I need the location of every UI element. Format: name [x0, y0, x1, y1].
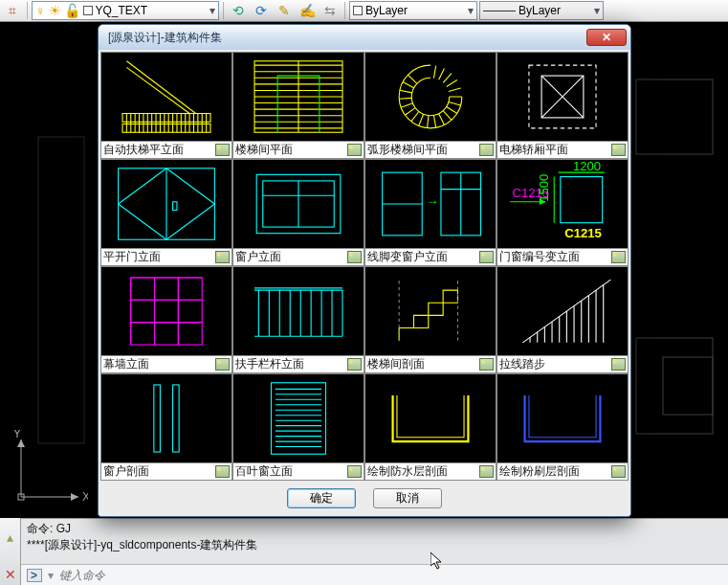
component-item[interactable]: 绘制粉刷层剖面 [496, 373, 629, 481]
ucs-icon: X Y [11, 430, 88, 506]
thumbnail [233, 160, 364, 248]
thumbnail: → [365, 160, 496, 248]
thumbnail-caption: 电梯轿厢平面 [497, 141, 628, 158]
thumbnail [497, 267, 628, 355]
svg-rect-2 [663, 357, 713, 415]
linetype-dropdown[interactable]: ByLayer ▾ [479, 1, 604, 20]
component-item[interactable]: 窗户剖面 [100, 373, 232, 481]
svg-rect-133 [154, 385, 161, 452]
svg-line-48 [443, 74, 452, 83]
command-icon[interactable] [27, 569, 42, 582]
thumbnail-caption: 楼梯间剖面 [365, 355, 496, 372]
caption-label: 绘制防水层剖面 [367, 463, 448, 480]
caption-label: 楼梯间剖面 [367, 356, 425, 372]
component-item[interactable]: C121512001500C1215 门窗编号变立面 [496, 159, 629, 266]
tool-layer-manager[interactable]: ⌗ [2, 1, 23, 20]
component-item[interactable]: 百叶窗立面 [232, 373, 364, 481]
thumbnail-grid: 自动扶梯平立面 楼梯间平面 弧形楼梯间平面 电梯轿厢平面 平开门立面 窗户立面 … [99, 50, 630, 483]
cancel-button[interactable]: 取消 [373, 488, 442, 508]
layer-dropdown[interactable]: ♀ ☀ 🔓 YQ_TEXT ▾ [32, 1, 219, 20]
color-dropdown[interactable]: ByLayer ▾ [349, 1, 477, 20]
thumbnail-caption: 绘制防水层剖面 [365, 462, 496, 480]
command-input-row: ▾ [21, 564, 728, 585]
tool-b[interactable]: ⟳ [251, 1, 272, 20]
svg-line-61 [401, 103, 412, 107]
separator [344, 2, 345, 19]
caption-label: 幕墙立面 [103, 356, 149, 372]
component-item[interactable]: 楼梯间平面 [232, 52, 364, 159]
picture-icon [347, 358, 362, 371]
chevron-down-icon: ▾ [210, 4, 215, 17]
thumbnail-caption: 弧形楼梯间平面 [365, 141, 496, 158]
picture-icon [479, 358, 494, 371]
svg-line-53 [447, 106, 457, 113]
svg-line-57 [428, 116, 429, 128]
thumbnail [365, 53, 496, 141]
thumbnail-caption: 百叶窗立面 [233, 462, 364, 480]
svg-text:1500: 1500 [537, 174, 551, 202]
component-item[interactable]: 电梯轿厢平面 [496, 52, 629, 159]
component-item[interactable]: 楼梯间剖面 [364, 266, 496, 373]
command-input[interactable] [59, 569, 722, 582]
tool-d[interactable]: ✍ [297, 1, 318, 20]
chevron-down-icon[interactable]: ▾ [48, 569, 54, 582]
caption-label: 绘制粉刷层剖面 [499, 463, 580, 480]
caption-label: 百叶窗立面 [235, 463, 293, 480]
svg-line-62 [399, 98, 411, 99]
caption-label: 窗户剖面 [103, 463, 149, 480]
caption-label: 楼梯间平面 [235, 142, 293, 158]
component-item[interactable]: 拉线踏步 [496, 266, 629, 373]
caption-label: 自动扶梯平立面 [103, 142, 184, 158]
caption-label: 线脚变窗户立面 [367, 249, 448, 265]
component-item[interactable]: 扶手栏杆立面 [232, 266, 364, 373]
tool-c[interactable]: ✎ [274, 1, 295, 20]
close-button[interactable]: ✕ [586, 29, 627, 46]
component-item[interactable]: 窗户立面 [232, 159, 364, 266]
component-item[interactable]: 平开门立面 [100, 159, 232, 266]
separator [27, 2, 28, 19]
svg-text:C1215: C1215 [564, 226, 602, 240]
thumbnail [101, 374, 232, 462]
color-value: ByLayer [365, 4, 408, 17]
component-item[interactable]: 绘制防水层剖面 [364, 373, 496, 481]
component-item[interactable]: 自动扶梯平立面 [100, 52, 232, 159]
sun-icon: ☀ [49, 4, 61, 17]
component-dialog: [源泉设计]-建筑构件集 ✕ 自动扶梯平立面 楼梯间平面 弧形楼梯间平面 电梯轿… [98, 24, 631, 517]
picture-icon [611, 465, 626, 478]
svg-rect-12 [122, 124, 210, 132]
component-item[interactable]: 幕墙立面 [100, 266, 232, 373]
svg-rect-96 [131, 278, 202, 345]
picture-icon [479, 251, 494, 263]
svg-line-55 [439, 114, 445, 125]
tool-a[interactable]: ⟲ [228, 1, 249, 20]
picture-icon [215, 358, 230, 371]
svg-line-63 [400, 90, 412, 93]
component-item[interactable]: 弧形楼梯间平面 [364, 52, 496, 159]
svg-line-54 [443, 111, 452, 121]
dialog-titlebar[interactable]: [源泉设计]-建筑构件集 ✕ [99, 25, 630, 50]
thumbnail-caption: 绘制粉刷层剖面 [497, 462, 628, 480]
command-history[interactable]: 命令: GJ ****[源泉设计]-yq_sldcomponents-建筑构件集 [21, 518, 728, 564]
tool-e[interactable]: ⇆ [320, 1, 341, 20]
close-icon[interactable]: ✕ [5, 568, 16, 581]
picture-icon [479, 144, 494, 156]
thumbnail [233, 53, 364, 141]
thumbnail [233, 374, 364, 462]
dialog-buttons: 确定 取消 [99, 483, 630, 516]
caption-label: 拉线踏步 [499, 356, 545, 372]
ok-button[interactable]: 确定 [287, 488, 356, 508]
component-item[interactable]: → 线脚变窗户立面 [364, 159, 496, 266]
thumbnail-caption: 窗户剖面 [101, 462, 232, 480]
picture-icon [479, 465, 494, 478]
color-swatch [353, 6, 363, 15]
thumbnail [233, 267, 364, 355]
lock-icon: 🔓 [64, 4, 80, 17]
close-icon: ✕ [602, 31, 611, 44]
thumbnail-caption: 拉线踏步 [497, 355, 628, 372]
svg-line-60 [405, 108, 415, 116]
command-gutter: ▴ ✕ [0, 518, 21, 585]
separator [223, 2, 224, 19]
thumbnail [101, 53, 232, 141]
arrow-up-icon[interactable]: ▴ [7, 530, 13, 544]
svg-line-50 [449, 88, 461, 92]
